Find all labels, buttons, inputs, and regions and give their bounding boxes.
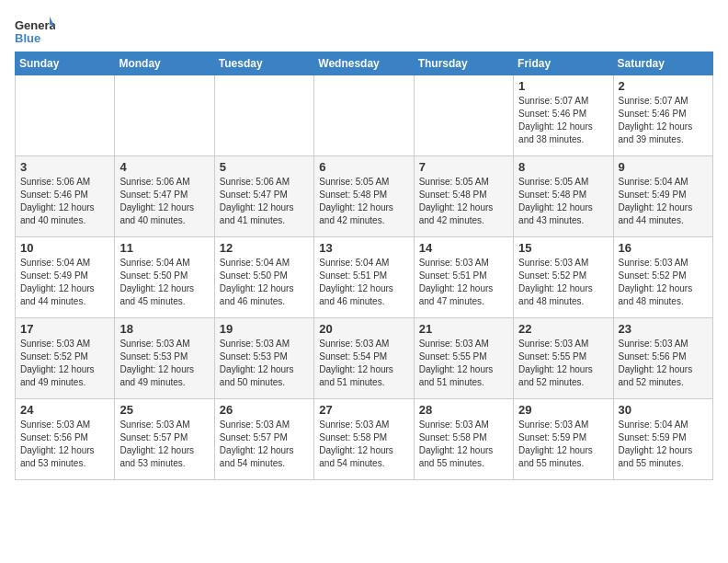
day-number: 16 xyxy=(619,241,708,255)
calendar-cell: 11Sunrise: 5:04 AM Sunset: 5:50 PM Dayli… xyxy=(115,237,214,318)
day-number: 1 xyxy=(518,79,608,93)
day-number: 8 xyxy=(518,160,608,174)
day-info: Sunrise: 5:03 AM Sunset: 5:53 PM Dayligh… xyxy=(119,338,209,389)
calendar-cell: 15Sunrise: 5:03 AM Sunset: 5:52 PM Dayli… xyxy=(514,237,613,318)
day-number: 22 xyxy=(518,322,608,336)
calendar-cell: 25Sunrise: 5:03 AM Sunset: 5:57 PM Dayli… xyxy=(115,399,214,480)
weekday-header-row: SundayMondayTuesdayWednesdayThursdayFrid… xyxy=(16,52,713,75)
week-row-4: 17Sunrise: 5:03 AM Sunset: 5:52 PM Dayli… xyxy=(16,318,713,399)
day-number: 28 xyxy=(419,403,508,417)
day-info: Sunrise: 5:06 AM Sunset: 5:47 PM Dayligh… xyxy=(119,176,209,227)
calendar-cell xyxy=(314,75,414,156)
header-area: General Blue xyxy=(15,15,713,48)
calendar-cell: 6Sunrise: 5:05 AM Sunset: 5:48 PM Daylig… xyxy=(314,156,414,237)
day-info: Sunrise: 5:03 AM Sunset: 5:59 PM Dayligh… xyxy=(518,419,608,470)
day-info: Sunrise: 5:03 AM Sunset: 5:57 PM Dayligh… xyxy=(220,419,309,470)
calendar-cell: 9Sunrise: 5:04 AM Sunset: 5:49 PM Daylig… xyxy=(613,156,712,237)
weekday-header-wednesday: Wednesday xyxy=(314,52,414,75)
svg-text:General: General xyxy=(15,18,55,32)
day-number: 17 xyxy=(20,322,109,336)
day-info: Sunrise: 5:03 AM Sunset: 5:52 PM Dayligh… xyxy=(619,257,708,308)
day-info: Sunrise: 5:05 AM Sunset: 5:48 PM Dayligh… xyxy=(419,176,508,227)
day-number: 27 xyxy=(319,403,408,417)
week-row-3: 10Sunrise: 5:04 AM Sunset: 5:49 PM Dayli… xyxy=(16,237,713,318)
calendar-cell: 10Sunrise: 5:04 AM Sunset: 5:49 PM Dayli… xyxy=(16,237,115,318)
day-number: 18 xyxy=(119,322,209,336)
calendar-cell: 2Sunrise: 5:07 AM Sunset: 5:46 PM Daylig… xyxy=(613,75,712,156)
day-info: Sunrise: 5:03 AM Sunset: 5:58 PM Dayligh… xyxy=(319,419,408,470)
calendar-cell xyxy=(16,75,115,156)
weekday-header-thursday: Thursday xyxy=(414,52,513,75)
calendar-cell: 5Sunrise: 5:06 AM Sunset: 5:47 PM Daylig… xyxy=(214,156,313,237)
day-info: Sunrise: 5:03 AM Sunset: 5:55 PM Dayligh… xyxy=(518,338,608,389)
logo: General Blue xyxy=(15,15,55,48)
week-row-1: 1Sunrise: 5:07 AM Sunset: 5:46 PM Daylig… xyxy=(16,75,713,156)
calendar-body: 1Sunrise: 5:07 AM Sunset: 5:46 PM Daylig… xyxy=(16,75,713,480)
calendar-cell: 21Sunrise: 5:03 AM Sunset: 5:55 PM Dayli… xyxy=(414,318,513,399)
calendar-table: SundayMondayTuesdayWednesdayThursdayFrid… xyxy=(15,52,713,480)
day-number: 6 xyxy=(319,160,408,174)
day-info: Sunrise: 5:04 AM Sunset: 5:51 PM Dayligh… xyxy=(319,257,408,308)
day-info: Sunrise: 5:07 AM Sunset: 5:46 PM Dayligh… xyxy=(518,95,608,146)
week-row-5: 24Sunrise: 5:03 AM Sunset: 5:56 PM Dayli… xyxy=(16,399,713,480)
calendar-cell: 8Sunrise: 5:05 AM Sunset: 5:48 PM Daylig… xyxy=(514,156,613,237)
day-info: Sunrise: 5:03 AM Sunset: 5:52 PM Dayligh… xyxy=(518,257,608,308)
day-number: 5 xyxy=(220,160,309,174)
calendar-cell: 30Sunrise: 5:04 AM Sunset: 5:59 PM Dayli… xyxy=(613,399,712,480)
day-info: Sunrise: 5:04 AM Sunset: 5:50 PM Dayligh… xyxy=(220,257,309,308)
calendar-cell: 29Sunrise: 5:03 AM Sunset: 5:59 PM Dayli… xyxy=(514,399,613,480)
day-number: 21 xyxy=(419,322,508,336)
day-info: Sunrise: 5:04 AM Sunset: 5:59 PM Dayligh… xyxy=(619,419,708,470)
calendar-cell: 12Sunrise: 5:04 AM Sunset: 5:50 PM Dayli… xyxy=(214,237,313,318)
calendar-cell xyxy=(115,75,214,156)
calendar-cell: 19Sunrise: 5:03 AM Sunset: 5:53 PM Dayli… xyxy=(214,318,313,399)
day-number: 12 xyxy=(220,241,309,255)
calendar-cell: 16Sunrise: 5:03 AM Sunset: 5:52 PM Dayli… xyxy=(613,237,712,318)
day-info: Sunrise: 5:06 AM Sunset: 5:46 PM Dayligh… xyxy=(20,176,109,227)
day-info: Sunrise: 5:05 AM Sunset: 5:48 PM Dayligh… xyxy=(518,176,608,227)
calendar-cell: 20Sunrise: 5:03 AM Sunset: 5:54 PM Dayli… xyxy=(314,318,414,399)
day-info: Sunrise: 5:04 AM Sunset: 5:49 PM Dayligh… xyxy=(619,176,708,227)
calendar-cell: 7Sunrise: 5:05 AM Sunset: 5:48 PM Daylig… xyxy=(414,156,513,237)
day-info: Sunrise: 5:03 AM Sunset: 5:57 PM Dayligh… xyxy=(119,419,209,470)
day-info: Sunrise: 5:04 AM Sunset: 5:50 PM Dayligh… xyxy=(119,257,209,308)
day-info: Sunrise: 5:04 AM Sunset: 5:49 PM Dayligh… xyxy=(20,257,109,308)
day-info: Sunrise: 5:03 AM Sunset: 5:52 PM Dayligh… xyxy=(20,338,109,389)
day-number: 24 xyxy=(20,403,109,417)
calendar-cell: 22Sunrise: 5:03 AM Sunset: 5:55 PM Dayli… xyxy=(514,318,613,399)
day-info: Sunrise: 5:05 AM Sunset: 5:48 PM Dayligh… xyxy=(319,176,408,227)
day-number: 23 xyxy=(619,322,708,336)
calendar-cell: 26Sunrise: 5:03 AM Sunset: 5:57 PM Dayli… xyxy=(214,399,313,480)
svg-text:Blue: Blue xyxy=(15,31,40,45)
weekday-header-tuesday: Tuesday xyxy=(214,52,313,75)
weekday-header-sunday: Sunday xyxy=(16,52,115,75)
generalblue-logo-icon: General Blue xyxy=(15,15,55,48)
day-info: Sunrise: 5:03 AM Sunset: 5:58 PM Dayligh… xyxy=(419,419,508,470)
day-info: Sunrise: 5:06 AM Sunset: 5:47 PM Dayligh… xyxy=(220,176,309,227)
day-number: 7 xyxy=(419,160,508,174)
day-number: 20 xyxy=(319,322,408,336)
calendar-cell: 4Sunrise: 5:06 AM Sunset: 5:47 PM Daylig… xyxy=(115,156,214,237)
calendar-cell: 23Sunrise: 5:03 AM Sunset: 5:56 PM Dayli… xyxy=(613,318,712,399)
calendar-cell: 27Sunrise: 5:03 AM Sunset: 5:58 PM Dayli… xyxy=(314,399,414,480)
weekday-header-friday: Friday xyxy=(514,52,613,75)
calendar-cell: 24Sunrise: 5:03 AM Sunset: 5:56 PM Dayli… xyxy=(16,399,115,480)
day-info: Sunrise: 5:07 AM Sunset: 5:46 PM Dayligh… xyxy=(619,95,708,146)
day-number: 26 xyxy=(220,403,309,417)
calendar-cell: 13Sunrise: 5:04 AM Sunset: 5:51 PM Dayli… xyxy=(314,237,414,318)
day-info: Sunrise: 5:03 AM Sunset: 5:56 PM Dayligh… xyxy=(20,419,109,470)
day-number: 11 xyxy=(119,241,209,255)
day-number: 9 xyxy=(619,160,708,174)
day-info: Sunrise: 5:03 AM Sunset: 5:56 PM Dayligh… xyxy=(619,338,708,389)
calendar-cell: 28Sunrise: 5:03 AM Sunset: 5:58 PM Dayli… xyxy=(414,399,513,480)
day-number: 19 xyxy=(220,322,309,336)
day-number: 15 xyxy=(518,241,608,255)
day-number: 3 xyxy=(20,160,109,174)
day-number: 30 xyxy=(619,403,708,417)
day-info: Sunrise: 5:03 AM Sunset: 5:55 PM Dayligh… xyxy=(419,338,508,389)
day-number: 10 xyxy=(20,241,109,255)
day-number: 14 xyxy=(419,241,508,255)
calendar-cell xyxy=(414,75,513,156)
calendar-cell: 17Sunrise: 5:03 AM Sunset: 5:52 PM Dayli… xyxy=(16,318,115,399)
day-info: Sunrise: 5:03 AM Sunset: 5:51 PM Dayligh… xyxy=(419,257,508,308)
